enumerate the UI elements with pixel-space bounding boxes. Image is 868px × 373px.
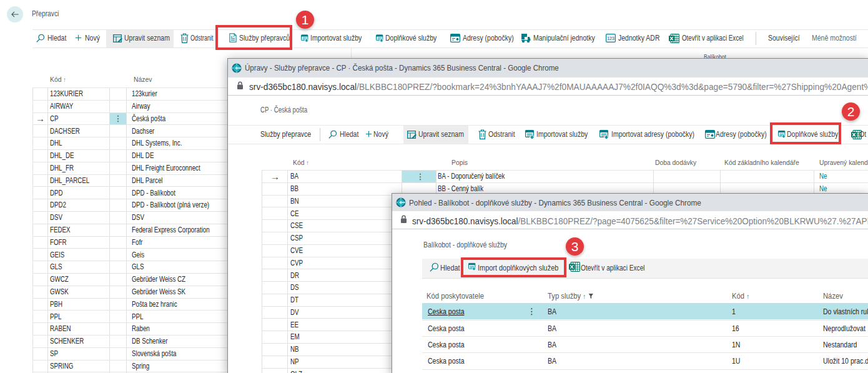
svg-text:123: 123 bbox=[607, 36, 614, 41]
